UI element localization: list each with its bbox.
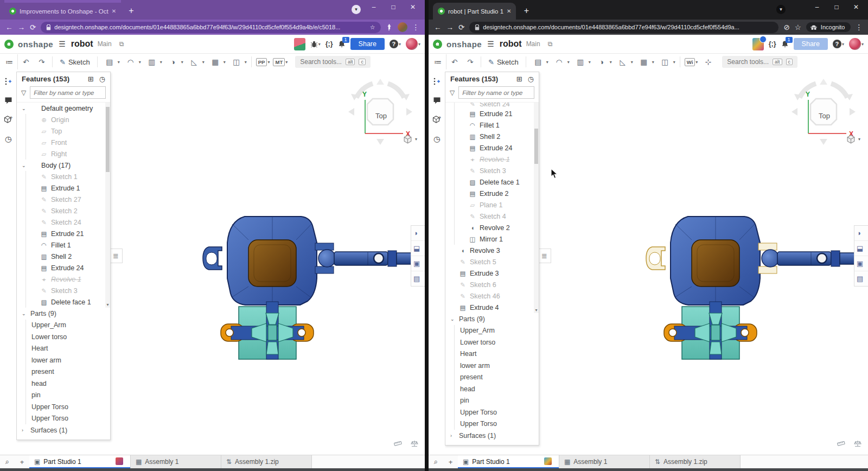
- redo-button[interactable]: ↷: [463, 55, 478, 68]
- section-view-button[interactable]: ⬓: [854, 241, 868, 256]
- surfaces-header-row[interactable]: › Surfaces (1): [17, 424, 110, 436]
- feature-row[interactable]: ✎ Sketch 5: [445, 256, 539, 268]
- debug-menu[interactable]: ▾: [310, 41, 321, 48]
- feature-row[interactable]: ✎ Sketch 24: [17, 217, 110, 228]
- featurescript-icon[interactable]: {;}: [326, 40, 333, 48]
- profile-avatar[interactable]: [398, 22, 407, 32]
- feature-row[interactable]: ▤ Extrude 24: [445, 142, 539, 154]
- feature-row[interactable]: ▤ Extrude 24: [17, 262, 110, 273]
- forward-icon[interactable]: →: [18, 23, 25, 31]
- parts-help-icon[interactable]: ?: [432, 115, 441, 124]
- tab-manager-icon[interactable]: ⌕: [429, 455, 443, 468]
- filter-input[interactable]: [30, 86, 106, 99]
- feature-row[interactable]: ▤ Extrude 3: [445, 268, 539, 279]
- tool-dropdown-button[interactable]: ◺ ▾: [185, 55, 206, 68]
- robot-arm-coupler[interactable]: [831, 251, 840, 266]
- feature-row[interactable]: ▱ Top: [17, 125, 110, 137]
- back-icon[interactable]: ←: [5, 23, 13, 31]
- feature-list-toggle[interactable]: ≔: [1, 54, 18, 70]
- bookmark-star-icon[interactable]: ☆: [370, 24, 375, 31]
- isolate-button[interactable]: ▤: [411, 271, 425, 286]
- feature-row[interactable]: ◖ Revolve 2: [445, 222, 539, 233]
- insert-item-icon[interactable]: [4, 77, 12, 86]
- part-row[interactable]: Heart: [17, 343, 110, 355]
- document-title[interactable]: robot: [71, 39, 93, 49]
- feature-row[interactable]: ▧ Delete face 1: [17, 296, 110, 308]
- help-menu[interactable]: ? ▾: [390, 40, 401, 48]
- history-icon[interactable]: ◷: [433, 135, 440, 143]
- hide-show-button[interactable]: ▣: [411, 256, 425, 271]
- filter-input[interactable]: [458, 86, 534, 99]
- history-icon[interactable]: ◷: [5, 135, 11, 143]
- onshape-logo-icon[interactable]: [433, 40, 442, 49]
- reload-icon[interactable]: ⟳: [458, 23, 464, 31]
- rotate-down-arrow[interactable]: [820, 139, 827, 145]
- collaborator-avatar[interactable]: [752, 38, 764, 50]
- account-menu[interactable]: ▾: [849, 38, 864, 50]
- workspace-label[interactable]: Main: [526, 40, 540, 48]
- create-version-icon[interactable]: ⊞: [516, 75, 522, 83]
- feature-list-flyout-handle[interactable]: ≣: [109, 249, 123, 263]
- feature-row[interactable]: ⊕ Origin: [17, 114, 110, 125]
- search-tools[interactable]: Search tools... alt c: [295, 56, 371, 68]
- tab-close-icon[interactable]: ✕: [507, 8, 511, 14]
- feature-row[interactable]: ⌄ Default geometry: [17, 103, 110, 114]
- feature-row[interactable]: ▤ Extrude 2: [445, 188, 539, 199]
- rotate-left-arrow[interactable]: [348, 108, 354, 116]
- custom-feature-button[interactable]: MT ▾: [271, 58, 289, 66]
- feature-row[interactable]: ◠ Fillet 1: [17, 239, 110, 251]
- new-tab-button[interactable]: +: [520, 4, 533, 17]
- tool-dropdown-button[interactable]: ◑ ▾: [164, 55, 185, 68]
- document-tab[interactable]: ▦ Assembly 1: [131, 455, 221, 468]
- feature-row[interactable]: ▥ Shell 2: [445, 131, 539, 142]
- reload-icon[interactable]: ⟳: [30, 23, 36, 31]
- feature-row[interactable]: ◖ Revolve 1: [17, 273, 110, 285]
- part-row[interactable]: present: [17, 366, 110, 378]
- forward-icon[interactable]: →: [446, 23, 454, 31]
- copy-document-icon[interactable]: ⧉: [119, 40, 124, 48]
- tool-dropdown-button[interactable]: ▤ ▾: [529, 55, 550, 68]
- feature-row[interactable]: ▤ Extrude 4: [445, 302, 539, 313]
- rotate-right-arrow[interactable]: [850, 108, 856, 116]
- account-menu[interactable]: ▾: [406, 38, 420, 50]
- feature-row[interactable]: ▧ Delete face 1: [445, 176, 539, 188]
- feature-row[interactable]: ▤ Extrude 21: [17, 228, 110, 239]
- custom-feature-button[interactable]: Wi ▾: [683, 58, 700, 66]
- rotate-down-arrow[interactable]: [376, 139, 384, 145]
- part-row[interactable]: Upper Torso: [17, 401, 110, 413]
- tool-dropdown-button[interactable]: ▦ ▾: [635, 55, 656, 68]
- feature-row[interactable]: ◖ Revolve 3: [445, 245, 539, 256]
- part-row[interactable]: Upper_Arm: [445, 325, 539, 337]
- maximize-button[interactable]: □: [384, 0, 403, 15]
- tab-close-icon[interactable]: ✕: [112, 8, 116, 14]
- view-cube-menu[interactable]: ▾: [403, 135, 417, 144]
- tab-search-button[interactable]: ▼: [352, 5, 361, 14]
- part-row[interactable]: Lower torso: [445, 336, 539, 348]
- robot-bracket-bottom-highlighted[interactable]: [758, 266, 777, 273]
- back-icon[interactable]: ←: [434, 23, 442, 31]
- hide-show-button[interactable]: ▣: [854, 256, 868, 271]
- new-tab-button[interactable]: +: [125, 4, 138, 17]
- feature-row[interactable]: ▱ Right: [17, 148, 110, 160]
- shaded-view-button[interactable]: ◑: [411, 226, 425, 241]
- view-cube-menu[interactable]: ▾: [846, 135, 860, 144]
- feature-row[interactable]: ✎ Sketch 2: [17, 205, 110, 217]
- comments-icon[interactable]: [4, 97, 12, 104]
- create-version-icon[interactable]: ⊞: [88, 75, 94, 83]
- feature-row[interactable]: ▱ Front: [17, 137, 110, 148]
- section-view-button[interactable]: ⬓: [411, 241, 425, 256]
- feature-row[interactable]: ✎ Sketch 46: [445, 290, 539, 302]
- main-menu-icon[interactable]: ☰: [59, 40, 66, 48]
- add-tab-icon[interactable]: +: [443, 455, 458, 468]
- maximize-button[interactable]: □: [827, 0, 846, 15]
- tool-dropdown-button[interactable]: ▦ ▾: [206, 55, 227, 68]
- tool-dropdown-button[interactable]: ▤ ▾: [100, 55, 122, 68]
- part-row[interactable]: Heart: [445, 348, 539, 360]
- tool-dropdown-button[interactable]: ◠ ▾: [122, 55, 143, 68]
- extension-pin-icon[interactable]: [386, 24, 393, 31]
- parts-header-row[interactable]: ⌄ Parts (9): [445, 313, 539, 325]
- help-menu[interactable]: ? ▾: [833, 40, 844, 48]
- filter-funnel-icon[interactable]: ▽: [450, 89, 455, 97]
- undo-button[interactable]: ↶: [18, 55, 34, 68]
- search-tools[interactable]: Search tools... alt c: [722, 56, 797, 68]
